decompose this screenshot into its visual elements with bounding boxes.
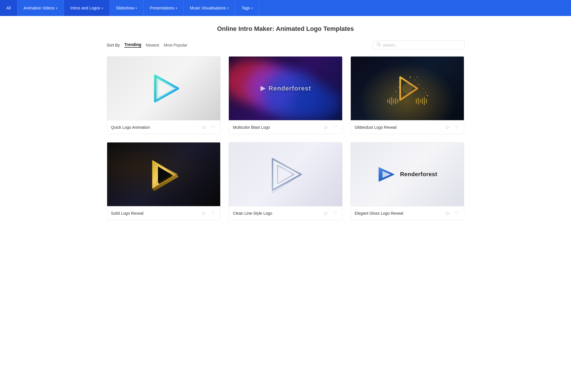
svg-marker-41 (273, 159, 301, 190)
sort-label: Sort By (107, 43, 120, 47)
toolbar: Sort By Trending Newest Most Popular (107, 41, 464, 49)
svg-rect-23 (389, 98, 390, 104)
svg-point-18 (426, 92, 426, 93)
svg-marker-43 (273, 174, 301, 193)
svg-rect-27 (397, 99, 398, 103)
play-button[interactable]: ▷ (201, 124, 207, 130)
sort-most-popular[interactable]: Most Popular (164, 43, 187, 47)
svg-rect-28 (416, 99, 417, 103)
card-thumbnail[interactable] (351, 57, 464, 120)
svg-rect-26 (395, 98, 396, 104)
favorite-button[interactable]: ♡ (454, 124, 460, 130)
play-button[interactable]: ▷ (201, 210, 207, 216)
nav-label: Intros and Logos (70, 6, 100, 10)
search-icon (377, 43, 381, 47)
nav-item-all[interactable]: All (0, 0, 17, 16)
play-button[interactable]: ▷ (445, 210, 451, 216)
play-button[interactable]: ▷ (323, 210, 329, 216)
brand-text: Renderforest (260, 85, 311, 92)
svg-rect-31 (422, 98, 423, 104)
nav-label: Animation Videos (24, 6, 55, 10)
clean-line-graphic (261, 154, 310, 194)
svg-rect-29 (418, 98, 419, 104)
svg-point-19 (393, 95, 393, 96)
play-icon-small (260, 86, 266, 91)
nav-item-presentations[interactable]: Presentations ▾ (143, 0, 184, 16)
svg-marker-6 (261, 86, 266, 91)
card-thumbnail[interactable] (107, 57, 221, 120)
chevron-down-icon: ▾ (135, 7, 137, 10)
card-thumbnail[interactable]: Renderforest (229, 57, 342, 120)
nav-item-tags[interactable]: Tags ▾ (235, 0, 260, 16)
svg-line-1 (380, 45, 380, 46)
search-input[interactable] (383, 43, 461, 47)
brand-display: Renderforest (351, 142, 464, 206)
card-actions: ▷ ♡ (323, 124, 338, 130)
card-footer: Multicolor Blast Logo ▷ ♡ (229, 120, 342, 134)
card-actions: ▷ ♡ (445, 210, 460, 216)
nav-label: Slideshow (116, 6, 134, 10)
main-nav: All Animation Videos ▾ Intros and Logos … (0, 0, 571, 16)
card-clean-line: Clean Line-Style Logo ▷ ♡ (229, 142, 342, 220)
chevron-down-icon: ▾ (176, 7, 177, 10)
card-thumbnail[interactable] (107, 142, 221, 206)
chevron-down-icon: ▾ (102, 7, 103, 10)
card-title: Glitterdust Logo Reveal (355, 125, 396, 130)
sort-group: Sort By Trending Newest Most Popular (107, 42, 187, 48)
card-elegant-gloss: Renderforest Elegant Gloss Logo Reveal ▷… (350, 142, 464, 220)
nav-label: Tags (242, 6, 250, 10)
favorite-button[interactable]: ♡ (332, 210, 338, 216)
card-thumbnail[interactable] (229, 142, 342, 206)
search-box (373, 41, 464, 49)
nav-label: Music Visualisations (190, 6, 226, 10)
card-title: Quick Logo Animation (111, 125, 150, 130)
nav-item-intros-and-logos[interactable]: Intros and Logos ▾ (64, 0, 109, 16)
chevron-down-icon: ▾ (56, 7, 57, 10)
favorite-button[interactable]: ♡ (454, 210, 460, 216)
nav-item-slideshow[interactable]: Slideshow ▾ (110, 0, 144, 16)
nav-item-animation-videos[interactable]: Animation Videos ▾ (17, 0, 64, 16)
svg-marker-5 (155, 76, 178, 89)
favorite-button[interactable]: ♡ (210, 124, 216, 130)
gloss-play-icon (377, 166, 396, 183)
card-multicolor-blast: Renderforest Multicolor Blast Logo ▷ ♡ (229, 56, 342, 134)
card-actions: ▷ ♡ (323, 210, 338, 216)
card-title: Multicolor Blast Logo (233, 125, 270, 130)
svg-rect-32 (424, 97, 425, 105)
card-footer: Elegant Gloss Logo Reveal ▷ ♡ (351, 206, 464, 220)
brand-overlay: Renderforest (229, 57, 342, 120)
card-quick-logo: Quick Logo Animation ▷ ♡ (107, 56, 221, 134)
svg-point-11 (397, 83, 398, 83)
play-button[interactable]: ▷ (323, 124, 329, 130)
nav-label: Presentations (150, 6, 174, 10)
card-footer: Quick Logo Animation ▷ ♡ (107, 120, 221, 134)
card-glitterdust: Glitterdust Logo Reveal ▷ ♡ (350, 56, 464, 134)
card-title: Clean Line-Style Logo (233, 211, 272, 216)
svg-rect-22 (387, 99, 388, 103)
favorite-button[interactable]: ♡ (332, 124, 338, 130)
renderforest-text: Renderforest (400, 171, 437, 178)
favorite-button[interactable]: ♡ (210, 210, 216, 216)
card-footer: Glitterdust Logo Reveal ▷ ♡ (351, 120, 464, 134)
sort-trending[interactable]: Trending (124, 42, 141, 48)
nav-item-music-visualisations[interactable]: Music Visualisations ▾ (184, 0, 235, 16)
sort-newest[interactable]: Newest (146, 43, 159, 47)
logo-animation-graphic (141, 69, 187, 108)
svg-point-20 (427, 95, 428, 96)
svg-rect-25 (393, 99, 394, 103)
svg-point-8 (406, 75, 406, 76)
svg-point-17 (395, 91, 396, 92)
play-button[interactable]: ▷ (445, 124, 451, 130)
svg-point-14 (417, 77, 418, 78)
template-grid: Quick Logo Animation ▷ ♡ Renderfo (107, 56, 464, 220)
gold-logo-graphic (139, 154, 188, 194)
svg-rect-30 (420, 99, 421, 103)
svg-point-34 (402, 83, 412, 94)
card-title: Solid Logo Reveal (111, 211, 144, 216)
card-thumbnail[interactable]: Renderforest (351, 142, 464, 206)
card-solid-logo: Solid Logo Reveal ▷ ♡ (107, 142, 221, 220)
chevron-down-icon: ▾ (251, 7, 253, 10)
chevron-down-icon: ▾ (227, 7, 229, 10)
svg-point-15 (398, 87, 399, 87)
page-content: Online Intro Maker: Animated Logo Templa… (100, 16, 471, 229)
